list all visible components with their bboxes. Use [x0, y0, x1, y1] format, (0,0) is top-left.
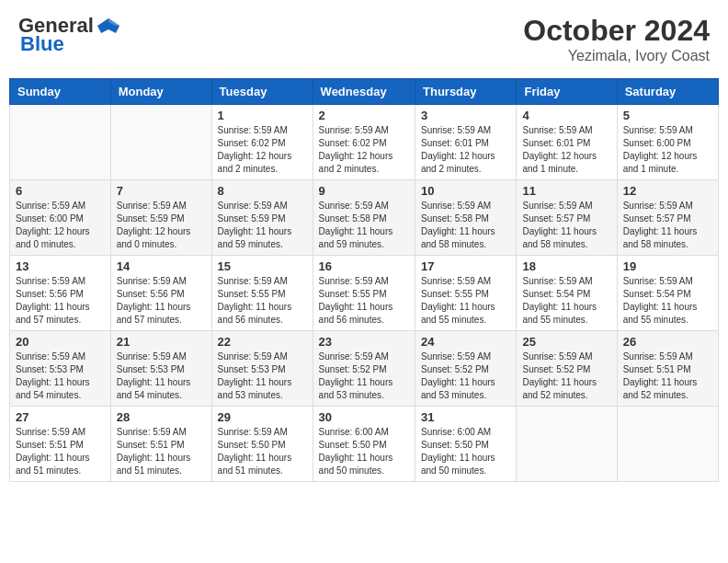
calendar-cell: 6Sunrise: 5:59 AM Sunset: 6:00 PM Daylig…	[10, 180, 111, 256]
day-info: Sunrise: 5:59 AM Sunset: 6:01 PM Dayligh…	[421, 124, 510, 176]
day-info: Sunrise: 6:00 AM Sunset: 5:50 PM Dayligh…	[319, 426, 409, 477]
day-info: Sunrise: 5:59 AM Sunset: 5:56 PM Dayligh…	[16, 275, 105, 327]
calendar-cell: 3Sunrise: 5:59 AM Sunset: 6:01 PM Daylig…	[415, 105, 517, 180]
day-number: 4	[522, 109, 610, 122]
day-number: 26	[623, 335, 712, 349]
day-info: Sunrise: 5:59 AM Sunset: 5:59 PM Dayligh…	[218, 200, 307, 251]
calendar-cell: 2Sunrise: 5:59 AM Sunset: 6:02 PM Daylig…	[313, 105, 415, 180]
calendar-cell: 1Sunrise: 5:59 AM Sunset: 6:02 PM Daylig…	[211, 105, 313, 180]
day-number: 29	[218, 410, 307, 424]
day-number: 20	[16, 335, 105, 349]
calendar-week-row: 20Sunrise: 5:59 AM Sunset: 5:53 PM Dayli…	[10, 331, 719, 407]
day-number: 10	[421, 184, 510, 198]
day-info: Sunrise: 5:59 AM Sunset: 6:00 PM Dayligh…	[623, 124, 712, 176]
day-info: Sunrise: 5:59 AM Sunset: 5:57 PM Dayligh…	[623, 200, 712, 251]
day-number: 22	[218, 335, 307, 349]
calendar-cell	[517, 407, 617, 482]
calendar-table: SundayMondayTuesdayWednesdayThursdayFrid…	[9, 78, 719, 482]
weekday-header: Saturday	[617, 79, 718, 105]
day-info: Sunrise: 5:59 AM Sunset: 5:52 PM Dayligh…	[522, 350, 610, 402]
day-info: Sunrise: 5:59 AM Sunset: 5:50 PM Dayligh…	[218, 426, 307, 477]
day-number: 2	[319, 109, 409, 122]
day-info: Sunrise: 5:59 AM Sunset: 5:53 PM Dayligh…	[16, 350, 105, 402]
day-info: Sunrise: 5:59 AM Sunset: 5:52 PM Dayligh…	[319, 350, 409, 402]
page-header: General Blue October 2024 Yezimala, Ivor…	[9, 9, 719, 69]
day-number: 30	[319, 410, 409, 424]
day-number: 12	[623, 184, 712, 198]
calendar-cell: 4Sunrise: 5:59 AM Sunset: 6:01 PM Daylig…	[517, 105, 617, 180]
day-info: Sunrise: 5:59 AM Sunset: 5:58 PM Dayligh…	[319, 200, 409, 251]
day-number: 7	[117, 184, 206, 198]
day-info: Sunrise: 5:59 AM Sunset: 5:54 PM Dayligh…	[623, 275, 712, 327]
day-info: Sunrise: 5:59 AM Sunset: 5:57 PM Dayligh…	[522, 200, 610, 251]
day-number: 5	[623, 109, 712, 122]
calendar-cell: 16Sunrise: 5:59 AM Sunset: 5:55 PM Dayli…	[313, 256, 415, 331]
calendar-cell: 18Sunrise: 5:59 AM Sunset: 5:54 PM Dayli…	[517, 256, 617, 331]
day-number: 31	[421, 410, 510, 424]
logo: General Blue	[18, 14, 121, 56]
day-number: 9	[319, 184, 409, 198]
day-info: Sunrise: 5:59 AM Sunset: 5:51 PM Dayligh…	[117, 426, 206, 477]
day-number: 19	[623, 259, 712, 273]
day-number: 23	[319, 335, 409, 349]
calendar-cell: 31Sunrise: 6:00 AM Sunset: 5:50 PM Dayli…	[415, 407, 517, 482]
day-number: 24	[421, 335, 510, 349]
day-info: Sunrise: 6:00 AM Sunset: 5:50 PM Dayligh…	[421, 426, 510, 477]
day-info: Sunrise: 5:59 AM Sunset: 6:02 PM Dayligh…	[319, 124, 409, 176]
day-info: Sunrise: 5:59 AM Sunset: 5:53 PM Dayligh…	[117, 350, 206, 402]
day-info: Sunrise: 5:59 AM Sunset: 5:55 PM Dayligh…	[421, 275, 510, 327]
day-number: 17	[421, 259, 510, 273]
calendar-cell: 19Sunrise: 5:59 AM Sunset: 5:54 PM Dayli…	[617, 256, 718, 331]
calendar-cell: 24Sunrise: 5:59 AM Sunset: 5:52 PM Dayli…	[415, 331, 517, 407]
calendar-cell: 12Sunrise: 5:59 AM Sunset: 5:57 PM Dayli…	[617, 180, 718, 256]
calendar-cell	[617, 407, 718, 482]
day-info: Sunrise: 5:59 AM Sunset: 6:01 PM Dayligh…	[522, 124, 610, 176]
day-number: 21	[117, 335, 206, 349]
day-number: 6	[16, 184, 105, 198]
month-year: October 2024	[523, 14, 710, 48]
day-number: 11	[522, 184, 610, 198]
location: Yezimala, Ivory Coast	[523, 48, 710, 64]
calendar-cell: 21Sunrise: 5:59 AM Sunset: 5:53 PM Dayli…	[110, 331, 211, 407]
calendar-cell: 25Sunrise: 5:59 AM Sunset: 5:52 PM Dayli…	[517, 331, 617, 407]
day-number: 25	[522, 335, 610, 349]
day-info: Sunrise: 5:59 AM Sunset: 5:51 PM Dayligh…	[16, 426, 105, 477]
day-info: Sunrise: 5:59 AM Sunset: 5:51 PM Dayligh…	[623, 350, 712, 402]
calendar-cell: 8Sunrise: 5:59 AM Sunset: 5:59 PM Daylig…	[211, 180, 313, 256]
calendar-cell: 7Sunrise: 5:59 AM Sunset: 5:59 PM Daylig…	[110, 180, 211, 256]
weekday-header: Thursday	[415, 79, 517, 105]
calendar-cell: 20Sunrise: 5:59 AM Sunset: 5:53 PM Dayli…	[10, 331, 111, 407]
weekday-header: Sunday	[10, 79, 111, 105]
day-info: Sunrise: 5:59 AM Sunset: 5:54 PM Dayligh…	[522, 275, 610, 327]
day-info: Sunrise: 5:59 AM Sunset: 6:00 PM Dayligh…	[16, 200, 105, 251]
calendar-cell: 27Sunrise: 5:59 AM Sunset: 5:51 PM Dayli…	[10, 407, 111, 482]
weekday-header-row: SundayMondayTuesdayWednesdayThursdayFrid…	[10, 79, 719, 105]
day-info: Sunrise: 5:59 AM Sunset: 5:59 PM Dayligh…	[117, 200, 206, 251]
calendar-cell: 30Sunrise: 6:00 AM Sunset: 5:50 PM Dayli…	[313, 407, 415, 482]
day-number: 16	[319, 259, 409, 273]
day-number: 28	[117, 410, 206, 424]
day-number: 13	[16, 259, 105, 273]
calendar-cell: 5Sunrise: 5:59 AM Sunset: 6:00 PM Daylig…	[617, 105, 718, 180]
calendar-cell: 22Sunrise: 5:59 AM Sunset: 5:53 PM Dayli…	[211, 331, 313, 407]
calendar-cell: 9Sunrise: 5:59 AM Sunset: 5:58 PM Daylig…	[313, 180, 415, 256]
calendar-cell: 14Sunrise: 5:59 AM Sunset: 5:56 PM Dayli…	[110, 256, 211, 331]
calendar-cell	[10, 105, 111, 180]
day-info: Sunrise: 5:59 AM Sunset: 5:58 PM Dayligh…	[421, 200, 510, 251]
day-number: 15	[218, 259, 307, 273]
calendar-cell: 11Sunrise: 5:59 AM Sunset: 5:57 PM Dayli…	[517, 180, 617, 256]
calendar-cell	[110, 105, 211, 180]
day-info: Sunrise: 5:59 AM Sunset: 6:02 PM Dayligh…	[218, 124, 307, 176]
day-info: Sunrise: 5:59 AM Sunset: 5:55 PM Dayligh…	[218, 275, 307, 327]
day-number: 8	[218, 184, 307, 198]
day-number: 14	[117, 259, 206, 273]
calendar-cell: 29Sunrise: 5:59 AM Sunset: 5:50 PM Dayli…	[211, 407, 313, 482]
weekday-header: Tuesday	[211, 79, 313, 105]
day-number: 18	[522, 259, 610, 273]
day-number: 27	[16, 410, 105, 424]
calendar-week-row: 1Sunrise: 5:59 AM Sunset: 6:02 PM Daylig…	[10, 105, 719, 180]
weekday-header: Friday	[517, 79, 617, 105]
weekday-header: Wednesday	[313, 79, 415, 105]
day-info: Sunrise: 5:59 AM Sunset: 5:56 PM Dayligh…	[117, 275, 206, 327]
logo-blue-text: Blue	[18, 32, 64, 56]
